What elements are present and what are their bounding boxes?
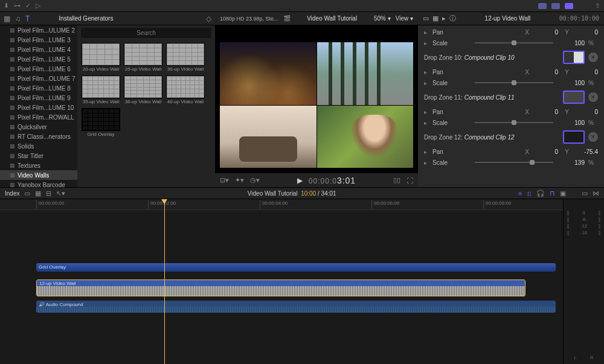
- layout-inspector-toggle[interactable]: [565, 3, 573, 9]
- drop-zone-well[interactable]: [563, 51, 585, 64]
- drop-zone-well[interactable]: [563, 91, 585, 104]
- drop-zone-clear-icon[interactable]: ✕: [588, 132, 598, 142]
- sidebar-item[interactable]: Pixel Film...LUME 3: [0, 35, 77, 45]
- sidebar-item[interactable]: Pixel Film...LUME 8: [0, 83, 77, 93]
- sidebar-item[interactable]: Pixel Film...LUME 4: [0, 45, 77, 54]
- layout-browser-toggle[interactable]: [538, 3, 547, 9]
- pan-y-value[interactable]: 0: [573, 29, 598, 36]
- sidebar-item[interactable]: Pixel Film...LUME 10: [0, 103, 77, 112]
- sidebar-item[interactable]: Video Walls: [0, 170, 77, 180]
- scale-slider[interactable]: [475, 122, 553, 123]
- disclosure-icon[interactable]: ▸: [424, 109, 429, 115]
- browser-dropdown-icon[interactable]: ◇: [206, 14, 211, 23]
- search-input[interactable]: [81, 28, 211, 38]
- disclosure-icon[interactable]: ▸: [424, 159, 429, 166]
- drop-zone-clear-icon[interactable]: ✕: [588, 53, 598, 62]
- generator-thumb[interactable]: 30-up Video Wall: [165, 43, 205, 72]
- sidebar-item[interactable]: Solids: [0, 141, 77, 151]
- generator-inspector-tab[interactable]: ▦: [432, 14, 439, 22]
- disclosure-icon[interactable]: ▸: [424, 80, 429, 86]
- scale-slider[interactable]: [475, 162, 553, 163]
- generator-thumb[interactable]: 40-up Video Wall: [165, 75, 205, 104]
- audio-skimming-icon[interactable]: ⎌: [527, 190, 532, 197]
- scale-slider[interactable]: [475, 82, 553, 83]
- generator-thumb[interactable]: 35-up Video Wall: [81, 75, 121, 104]
- sidebar-item[interactable]: Pixel Film...LUME 5: [0, 54, 77, 64]
- clip-audio-compound[interactable]: 🔊 Audio Compound: [36, 301, 556, 313]
- disclosure-icon[interactable]: ▸: [424, 40, 429, 46]
- media-browser-tab[interactable]: ▦: [4, 14, 10, 23]
- generator-label: Grid Overlay: [88, 132, 115, 137]
- effects-browser-icon[interactable]: ▭: [582, 190, 588, 197]
- timeline[interactable]: 00:00:00:0000:00:02:0000:00:04:0000:00:0…: [0, 199, 604, 364]
- export-icon[interactable]: ⇪: [595, 2, 600, 10]
- viewer-canvas[interactable]: [215, 25, 418, 173]
- scale-value[interactable]: 100: [559, 40, 585, 46]
- disclosure-icon[interactable]: ▸: [424, 69, 429, 75]
- trim-tool-icon[interactable]: ▣: [560, 190, 566, 197]
- loop-icon[interactable]: ▯▯: [393, 176, 400, 184]
- scale-slider[interactable]: [475, 42, 553, 43]
- enhance-tool-icon[interactable]: ✦▾: [235, 176, 244, 184]
- playhead[interactable]: [164, 199, 165, 364]
- pan-y-value[interactable]: 0: [573, 69, 598, 75]
- disclosure-icon[interactable]: ▸: [424, 29, 429, 36]
- disclosure-icon[interactable]: ▸: [424, 120, 429, 126]
- keyword-icon[interactable]: ⊶: [14, 2, 21, 10]
- bg-task-icon[interactable]: ✓: [25, 2, 31, 10]
- clip-filter-icon[interactable]: ▦: [35, 190, 41, 197]
- clip-video-wall[interactable]: 12-up Video Wall: [36, 279, 525, 296]
- timeline-ruler[interactable]: 00:00:00:0000:00:02:0000:00:04:0000:00:0…: [0, 199, 563, 210]
- index-button[interactable]: Index: [5, 190, 19, 197]
- drop-zone-clear-icon[interactable]: ✕: [588, 92, 598, 102]
- zoom-dropdown[interactable]: 50% ▾: [374, 15, 391, 22]
- audio-browser-tab[interactable]: ♫: [15, 14, 21, 23]
- titles-generators-tab[interactable]: T: [25, 14, 30, 23]
- arrow-tool-icon[interactable]: ↖▾: [56, 190, 65, 197]
- sidebar-item[interactable]: Yanobox Barcode: [0, 180, 77, 187]
- sidebar-item[interactable]: Star Titler: [0, 151, 77, 161]
- drop-zone-well[interactable]: [563, 130, 585, 144]
- view-dropdown[interactable]: View ▾: [396, 15, 413, 22]
- skimming-icon[interactable]: ⎆: [518, 190, 522, 197]
- import-icon[interactable]: ⬇: [4, 2, 9, 10]
- retime-tool-icon[interactable]: ◷▾: [250, 176, 260, 184]
- fullscreen-icon[interactable]: ⛶: [406, 177, 413, 184]
- layout-timeline-toggle[interactable]: [551, 3, 560, 9]
- solo-icon[interactable]: 🎧: [536, 190, 545, 197]
- generator-thumb[interactable]: Grid Overlay: [81, 108, 121, 137]
- scale-value[interactable]: 100: [559, 80, 585, 86]
- info-inspector-tab[interactable]: ⓘ: [449, 14, 456, 23]
- pan-x-value[interactable]: 0: [533, 69, 558, 75]
- pan-y-value[interactable]: -75.4: [573, 148, 598, 155]
- sidebar-item[interactable]: Pixel Film...LUME 6: [0, 64, 77, 74]
- clip-grid-overlay[interactable]: Grid Overlay: [36, 263, 556, 272]
- scale-value[interactable]: 100: [559, 120, 585, 126]
- transitions-browser-icon[interactable]: ⋈: [593, 190, 599, 197]
- pan-x-value[interactable]: 0: [533, 148, 558, 155]
- sidebar-item[interactable]: Pixel Film...ULUME 2: [0, 25, 77, 35]
- inspector-chevron-icon[interactable]: ▸: [442, 14, 446, 22]
- generator-thumb[interactable]: 25-up Video Wall: [123, 43, 163, 72]
- transform-tool-icon[interactable]: ⊡▾: [220, 176, 229, 184]
- video-inspector-tab[interactable]: ▭: [423, 14, 429, 22]
- pan-x-value[interactable]: 0: [533, 109, 558, 115]
- sidebar-item[interactable]: Pixel Film...OLUME 7: [0, 74, 77, 83]
- scale-value[interactable]: 139: [559, 159, 585, 166]
- pan-y-value[interactable]: 0: [573, 109, 598, 115]
- snapping-icon[interactable]: ⊓: [550, 190, 555, 197]
- share-icon[interactable]: ▷: [36, 2, 40, 10]
- clip-appearance-icon[interactable]: ▭: [24, 190, 30, 197]
- play-button[interactable]: ▶: [297, 176, 303, 185]
- generator-thumb[interactable]: 36-up Video Wall: [123, 75, 163, 104]
- generator-thumb[interactable]: 20-up Video Wall: [81, 43, 121, 72]
- pan-x-value[interactable]: 0: [533, 29, 558, 36]
- sidebar-item[interactable]: Quicksilver: [0, 122, 77, 132]
- sidebar-item[interactable]: Textures: [0, 161, 77, 170]
- disclosure-icon[interactable]: ▸: [424, 148, 429, 155]
- sidebar-item[interactable]: Pixel Film...ROWALL: [0, 112, 77, 122]
- sidebar-item[interactable]: RT Classi...nerators: [0, 132, 77, 141]
- sidebar-item[interactable]: Pixel Film...LUME 9: [0, 93, 77, 103]
- browser-title[interactable]: Installed Generators: [34, 15, 201, 22]
- zoom-slider-icon[interactable]: ⊟: [46, 190, 51, 197]
